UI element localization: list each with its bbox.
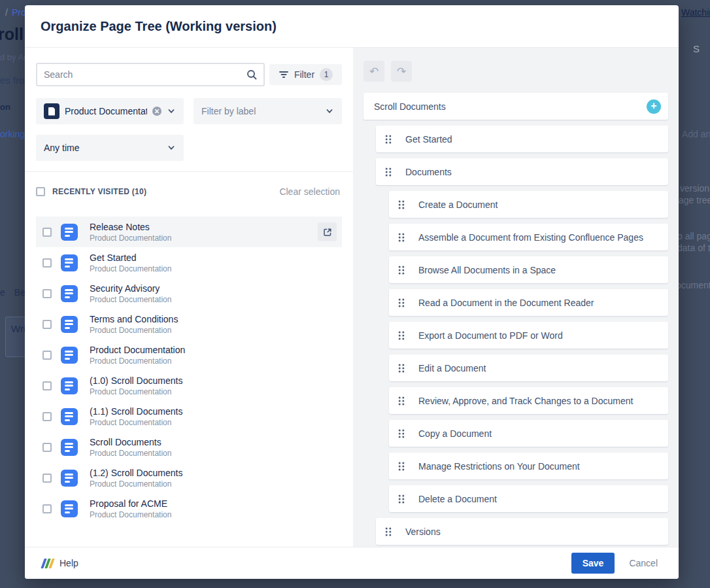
background-text-fragment: Add an xyxy=(682,129,710,139)
drag-handle-icon[interactable] xyxy=(398,331,405,340)
remove-filter-icon[interactable] xyxy=(152,107,161,116)
page-title: Terms and Conditions xyxy=(90,313,178,325)
space-filter-select[interactable]: Product Documentat xyxy=(36,98,184,124)
drag-handle-icon[interactable] xyxy=(398,298,405,307)
chevron-down-icon xyxy=(325,107,334,116)
page-checkbox[interactable] xyxy=(42,351,52,360)
tree-node[interactable]: Review, Approve, and Track Changes to a … xyxy=(389,387,668,414)
tree-node-label: Create a Document xyxy=(418,199,498,210)
background-text-fragment: ocument xyxy=(676,280,710,290)
label-filter-placeholder: Filter by label xyxy=(201,106,320,116)
tree-node[interactable]: Read a Document in the Document Reader xyxy=(389,289,668,316)
page-list-item[interactable]: (1.2) Scroll Documents Product Documenta… xyxy=(36,462,342,493)
vendor-logo-icon xyxy=(42,559,53,568)
label-filter-select[interactable]: Filter by label xyxy=(194,98,342,124)
tree-node[interactable]: Assemble a Document from Existing Conflu… xyxy=(389,224,668,251)
page-list-item[interactable]: Terms and Conditions Product Documentati… xyxy=(36,309,342,339)
add-page-button[interactable]: + xyxy=(647,99,661,114)
tree-node[interactable]: Manage Restrictions on Your Document xyxy=(389,453,668,479)
filter-count-badge: 1 xyxy=(320,68,333,81)
page-title: (1.0) Scroll Documents xyxy=(90,375,182,387)
tree-node-label: Read a Document in the Document Reader xyxy=(418,298,594,308)
page-space-name: Product Documentation xyxy=(90,356,185,366)
redo-button[interactable]: ↷ xyxy=(391,61,412,82)
tree-node[interactable]: Delete a Document xyxy=(389,485,668,512)
search-input[interactable] xyxy=(37,64,263,85)
drag-handle-icon[interactable] xyxy=(398,233,405,242)
drag-handle-icon[interactable] xyxy=(398,200,405,209)
page-icon xyxy=(61,285,78,302)
page-checkbox[interactable] xyxy=(42,474,52,483)
clear-selection-button[interactable]: Clear selection xyxy=(277,186,342,197)
page-checkbox[interactable] xyxy=(42,443,52,452)
page-checkbox[interactable] xyxy=(42,412,52,421)
page-space-name: Product Documentation xyxy=(90,510,171,520)
page-checkbox[interactable] xyxy=(42,504,52,513)
tree-node[interactable]: Edit a Document xyxy=(389,355,668,381)
drag-handle-icon[interactable] xyxy=(398,494,405,504)
page-icon xyxy=(61,439,78,456)
open-page-button[interactable] xyxy=(318,222,337,241)
page-list-item[interactable]: Product Documentation Product Documentat… xyxy=(36,339,342,370)
background-link: orking xyxy=(0,129,25,139)
time-filter-value: Any time xyxy=(44,143,161,153)
drag-handle-icon[interactable] xyxy=(385,167,392,177)
drag-handle-icon[interactable] xyxy=(398,364,405,373)
tree-node[interactable]: Copy a Document xyxy=(389,420,668,447)
page-space-name: Product Documentation xyxy=(90,387,182,397)
tree-node[interactable]: Documents xyxy=(376,158,668,185)
page-space-name: Product Documentation xyxy=(90,233,171,243)
page-title: Security Advisory xyxy=(90,283,171,294)
page-list-item[interactable]: (1.1) Scroll Documents Product Documenta… xyxy=(36,401,342,432)
space-filter-value: Product Documentat xyxy=(65,106,147,116)
tree-node[interactable]: Browse All Documents in a Space xyxy=(389,256,668,283)
tree-node-label: Versions xyxy=(405,527,441,537)
page-checkbox[interactable] xyxy=(42,320,52,329)
drag-handle-icon[interactable] xyxy=(398,429,405,438)
time-filter-select[interactable]: Any time xyxy=(36,135,184,161)
tree-node[interactable]: Versions xyxy=(376,518,668,545)
external-link-icon xyxy=(322,227,333,237)
tree-root-node[interactable]: Scroll Documents + xyxy=(363,93,668,120)
background-byline: d by An xyxy=(0,52,28,62)
page-space-name: Product Documentation xyxy=(90,448,171,458)
tree-node-label: Review, Approve, and Track Changes to a … xyxy=(418,396,633,406)
page-space-name: Product Documentation xyxy=(90,417,182,428)
page-list-item[interactable]: Release Notes Product Documentation xyxy=(36,216,342,247)
space-avatar-icon xyxy=(44,103,59,119)
page-space-name: Product Documentation xyxy=(90,325,178,336)
select-all-checkbox[interactable] xyxy=(36,187,45,196)
help-button[interactable]: Help xyxy=(42,558,78,568)
save-button[interactable]: Save xyxy=(571,553,615,574)
tree-node-label: Copy a Document xyxy=(418,428,492,439)
page-checkbox[interactable] xyxy=(42,381,52,390)
page-icon xyxy=(61,316,78,333)
drag-handle-icon[interactable] xyxy=(398,266,405,275)
tree-node[interactable]: Create a Document xyxy=(389,191,668,218)
tree-node[interactable]: Export a Document to PDF or Word xyxy=(389,322,668,349)
tree-node[interactable]: Get Started xyxy=(376,126,668,152)
tree-node-label: Assemble a Document from Existing Conflu… xyxy=(418,232,643,243)
page-icon xyxy=(61,377,78,394)
page-checkbox[interactable] xyxy=(42,228,52,237)
background-text-fragment: age tree xyxy=(679,195,710,205)
chevron-down-icon xyxy=(167,143,176,152)
page-icon xyxy=(61,408,78,425)
page-icon xyxy=(61,347,78,364)
page-checkbox[interactable] xyxy=(42,258,52,268)
undo-button[interactable]: ↶ xyxy=(363,61,384,82)
page-list-item[interactable]: Get Started Product Documentation xyxy=(36,247,342,278)
page-checkbox[interactable] xyxy=(42,289,52,298)
filter-button[interactable]: Filter 1 xyxy=(269,64,342,85)
drag-handle-icon[interactable] xyxy=(385,135,392,144)
page-list-item[interactable]: Scroll Documents Product Documentation xyxy=(36,432,342,462)
page-list-item[interactable]: Security Advisory Product Documentation xyxy=(36,278,342,309)
cancel-button[interactable]: Cancel xyxy=(629,558,658,568)
drag-handle-icon[interactable] xyxy=(398,396,405,406)
drag-handle-icon[interactable] xyxy=(385,527,392,536)
page-list-item[interactable]: Proposal for ACME Product Documentation xyxy=(36,493,342,524)
background-text-fragment: versions xyxy=(680,183,710,194)
page-list-item[interactable]: (1.0) Scroll Documents Product Documenta… xyxy=(36,370,342,401)
drag-handle-icon[interactable] xyxy=(398,462,405,471)
page-title: (1.1) Scroll Documents xyxy=(90,406,182,417)
